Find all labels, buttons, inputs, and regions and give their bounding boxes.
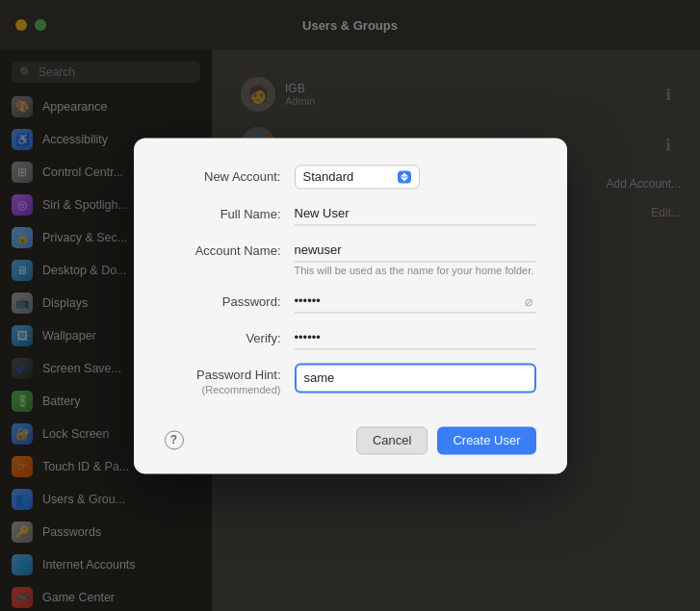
chevron-up-icon: [401, 172, 408, 176]
full-name-label: Full Name:: [165, 202, 295, 223]
footer-actions: Cancel Create User: [356, 426, 536, 454]
verify-input[interactable]: [295, 326, 536, 349]
password-hint-field: [295, 363, 536, 393]
create-user-dialog: New Account: Standard Full Name: Account…: [134, 138, 567, 473]
account-name-row: Account Name: This will be used as the n…: [165, 239, 536, 276]
password-label: Password:: [165, 290, 295, 311]
password-hint-input[interactable]: [295, 363, 536, 393]
verify-field: [295, 326, 536, 349]
password-hint-sublabel: (Recommended): [165, 384, 281, 397]
chevron-down-icon: [401, 177, 408, 181]
full-name-input[interactable]: [295, 202, 536, 225]
select-arrow-icon[interactable]: [398, 170, 411, 183]
verify-row: Verify:: [165, 326, 536, 349]
password-hint-row: Password Hint: (Recommended): [165, 363, 536, 397]
verify-label: Verify:: [165, 326, 295, 347]
account-name-label: Account Name:: [165, 239, 295, 260]
new-account-row: New Account: Standard: [165, 165, 536, 189]
form: New Account: Standard Full Name: Account…: [165, 165, 536, 411]
reveal-password-icon[interactable]: ⌀: [525, 293, 532, 309]
full-name-row: Full Name:: [165, 202, 536, 225]
account-name-hint: This will be used as the name for your h…: [295, 265, 536, 276]
create-user-button[interactable]: Create User: [437, 426, 535, 454]
password-hint-label: Password Hint: (Recommended): [165, 363, 295, 397]
account-type-value: Standard: [303, 169, 394, 184]
password-row: Password: ⌀: [165, 290, 536, 313]
account-type-select[interactable]: Standard: [295, 165, 420, 189]
password-input[interactable]: [295, 290, 536, 313]
full-name-field: [295, 202, 536, 225]
account-name-field: This will be used as the name for your h…: [295, 239, 536, 276]
modal-footer: ? Cancel Create User: [165, 426, 536, 454]
new-account-label: New Account:: [165, 165, 295, 186]
help-button[interactable]: ?: [165, 431, 184, 450]
account-name-input[interactable]: [295, 239, 536, 262]
new-account-field: Standard: [295, 165, 536, 189]
password-field: ⌀: [295, 290, 536, 313]
cancel-button[interactable]: Cancel: [356, 426, 428, 454]
